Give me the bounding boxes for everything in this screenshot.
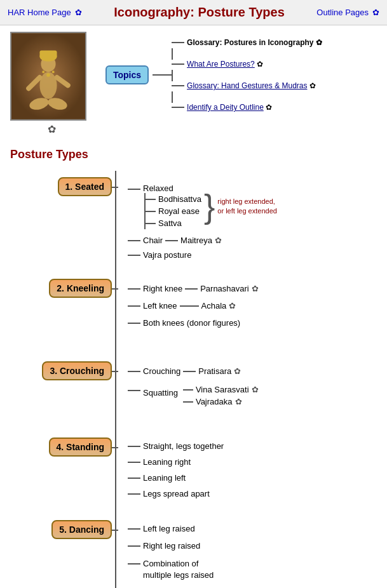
svg-point-9 [46, 73, 50, 77]
relaxed-label: Relaxed [143, 184, 173, 193]
deity-image [10, 32, 86, 121]
standing-connector [112, 447, 118, 448]
legs-spread-branch: Legs spread apart [128, 489, 377, 498]
achala-label: Achala [201, 301, 227, 311]
topic3-gear-icon: ✿ [266, 103, 272, 112]
posture-section: Posture Types 1. Seated [10, 148, 377, 588]
page-header: HAR Home Page ✿ Iconography: Posture Typ… [0, 0, 387, 25]
left-knee-branch: Left knee Achala ✿ [128, 301, 377, 311]
crouching-box[interactable]: 3. Crouching [42, 361, 112, 380]
seated-connector [112, 187, 118, 188]
topic-header: Glossary: Postures in Iconography ✿ [187, 38, 322, 47]
chair-branch: Chair Maitreya ✿ [128, 236, 377, 245]
chair-label: Chair [143, 236, 163, 245]
straight-branch: Straight, legs together [128, 441, 377, 451]
right-leg-raised-branch: Right leg raised [128, 541, 377, 551]
home-label[interactable]: HAR Home Page [8, 8, 71, 17]
left-leg-raised-branch: Left leg raised [128, 524, 377, 533]
straight-label: Straight, legs together [143, 441, 224, 451]
squatting-branch: Squatting Vina Sarasvati ✿ Vajradaka ✿ [128, 385, 377, 406]
combination-label: Combination ofmultiple legs raised [143, 558, 214, 581]
crouching-branches: Crouching Pratisara ✿ Squatting Vina Sar… [118, 361, 377, 406]
posture-group-crouching: 3. Crouching Crouching Pratisara ✿ [17, 361, 377, 418]
leaning-left-branch: Leaning left [128, 473, 377, 483]
kneeling-node: 2. Kneeling [17, 279, 118, 298]
leaning-right-label: Leaning right [143, 457, 191, 467]
topic1-gear-icon: ✿ [257, 60, 263, 69]
vajra-branch: Vajra posture [128, 250, 377, 260]
parnashavari-label: Parnashavari [200, 284, 249, 293]
kneeling-box[interactable]: 2. Kneeling [49, 279, 112, 298]
bodhisattva-label: Bodhisattva [158, 194, 201, 204]
left-leg-raised-label: Left leg raised [143, 524, 195, 533]
image-gear-icon: ✿ [48, 124, 56, 135]
posture-section-title: Posture Types [10, 148, 377, 161]
svg-rect-4 [39, 50, 57, 58]
image-gear: ✿ [10, 123, 93, 135]
posture-group-dancing: 5. Dancing Left leg raised Right leg rai… [17, 520, 377, 584]
posture-group-seated: 1. Seated Relaxed [17, 171, 377, 260]
vina-label: Vina Sarasvati [196, 385, 249, 394]
glossary-gear-icon: ✿ [316, 38, 322, 47]
crouching-connector [112, 371, 118, 372]
right-knee-label: Right knee [143, 284, 182, 293]
vajra-label: Vajra posture [143, 250, 191, 260]
main-content: ✿ Topics Glossary: Postures i [0, 25, 387, 588]
top-section: ✿ Topics Glossary: Postures i [10, 32, 377, 135]
page-title: Iconography: Posture Types [82, 5, 317, 20]
crouching-sub-label: Crouching [143, 366, 180, 376]
achala-gear-icon: ✿ [229, 301, 236, 311]
topics-box[interactable]: Topics [105, 65, 149, 84]
topics-section: Topics Glossary: Postures in Iconography… [105, 38, 322, 112]
dancing-box[interactable]: 5. Dancing [51, 520, 112, 539]
standing-branches: Straight, legs together Leaning right Le… [118, 438, 377, 498]
seated-node: 1. Seated [17, 177, 118, 196]
both-knees-branch: Both knees (donor figures) [128, 318, 377, 328]
posture-group-standing: 4. Standing Straight, legs together Lean… [17, 438, 377, 501]
outline-gear-icon: ✿ [372, 8, 379, 17]
maitreya-label: Maitreya [180, 236, 212, 245]
home-gear-icon: ✿ [75, 8, 82, 17]
topic-item-3[interactable]: Identify a Deity Outline ✿ [187, 103, 272, 112]
maitreya-gear-icon: ✿ [215, 236, 222, 245]
legs-spread-label: Legs spread apart [143, 489, 210, 498]
crouching-node: 3. Crouching [17, 361, 118, 380]
dancing-branches: Left leg raised Right leg raised Combina… [118, 520, 377, 581]
seated-box[interactable]: 1. Seated [58, 177, 112, 196]
dancing-connector [112, 530, 118, 531]
crouching-sub-branch: Crouching Pratisara ✿ [128, 366, 377, 376]
leaning-right-branch: Leaning right [128, 457, 377, 467]
kneeling-connector [112, 288, 118, 290]
topic-item-2[interactable]: Glossary: Hand Gestures & Mudras ✿ [187, 81, 316, 90]
right-knee-branch: Right knee Parnashavari ✿ [128, 284, 377, 293]
standing-node: 4. Standing [17, 438, 118, 457]
posture-group-kneeling: 2. Kneeling Right knee Parnashavari ✿ [17, 279, 377, 342]
topic-item-1[interactable]: What Are Postures? ✿ [187, 60, 263, 69]
pratisara-gear-icon: ✿ [234, 366, 241, 376]
home-link[interactable]: HAR Home Page ✿ [8, 8, 82, 17]
outline-label[interactable]: Outline Pages [316, 8, 369, 17]
vina-gear-icon: ✿ [252, 385, 259, 394]
dancing-node: 5. Dancing [17, 520, 118, 539]
sattva-label: Sattva [158, 218, 182, 228]
seated-branches: Relaxed Bodhisattva Royal ea [118, 177, 377, 260]
left-knee-label: Left knee [143, 301, 177, 311]
posture-tree: 1. Seated Relaxed [17, 171, 377, 588]
vajradaka-gear-icon: ✿ [235, 397, 242, 406]
svg-point-10 [42, 70, 44, 73]
parnashavari-gear-icon: ✿ [252, 284, 259, 293]
both-knees-label: Both knees (donor figures) [143, 318, 240, 328]
relaxed-group: Relaxed Bodhisattva Royal ea [128, 184, 377, 229]
right-bracket: } [204, 192, 215, 220]
bracket-note: right leg extended,or left leg extended [217, 197, 277, 217]
royal-ease-label: Royal ease [158, 206, 200, 216]
kneeling-branches: Right knee Parnashavari ✿ Left knee Acha… [118, 279, 377, 328]
topics-label: Topics [113, 70, 141, 80]
squatting-label: Squatting [143, 388, 178, 398]
topics-connector: Glossary: Postures in Iconography ✿ What… [153, 38, 322, 112]
topic2-gear-icon: ✿ [309, 81, 316, 90]
right-leg-raised-label: Right leg raised [143, 541, 200, 551]
outline-link[interactable]: Outline Pages ✿ [316, 8, 379, 17]
combination-branch: Combination ofmultiple legs raised [128, 558, 377, 581]
standing-box[interactable]: 4. Standing [49, 438, 112, 457]
